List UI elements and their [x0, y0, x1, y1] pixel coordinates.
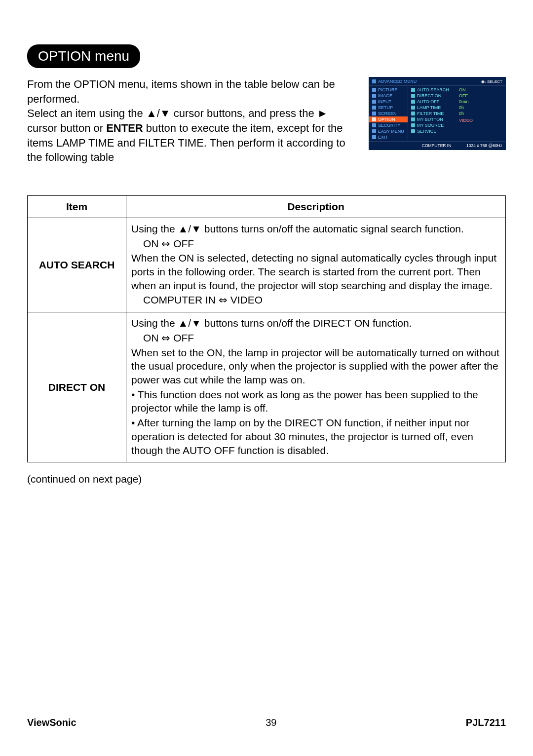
page-footer: ViewSonic 39 PJL7211: [27, 717, 506, 728]
desc-line: ON ⇔ OFF: [143, 237, 500, 251]
desc-line: • This function does not work as long as…: [131, 388, 500, 415]
desc-line: Using the ▲/▼ buttons turns on/off the D…: [131, 316, 500, 330]
table-row: DIRECT ON Using the ▲/▼ buttons turns on…: [28, 312, 506, 462]
osd-mid-item: LAMP TIME: [408, 105, 456, 111]
dot-icon: [411, 117, 415, 121]
osd-right-column: ON OFF 0min 0h 0h VIDEO: [456, 86, 505, 141]
desc-line: COMPUTER IN ⇔ VIDEO: [143, 293, 500, 307]
osd-mid-item: AUTO SEARCH: [408, 87, 456, 93]
osd-mid-item: DIRECT ON: [408, 93, 456, 99]
dot-icon: [372, 129, 376, 133]
osd-footer-resolution: 1024 x 768 @60Hz: [466, 143, 502, 148]
desc-line: • After turning the lamp on by the DIREC…: [131, 416, 500, 457]
desc-cell-auto-search: Using the ▲/▼ buttons turns on/off the a…: [126, 218, 506, 312]
intro-text: From the OPTION menu, items shown in the…: [27, 77, 355, 165]
page-title: OPTION menu: [27, 44, 140, 68]
dot-icon: [411, 129, 415, 133]
footer-brand: ViewSonic: [27, 717, 76, 728]
osd-left-item: PICTURE: [369, 87, 408, 93]
dot-icon: [372, 88, 376, 92]
item-cell-direct-on: DIRECT ON: [28, 312, 126, 462]
footer-page-number: 39: [266, 717, 276, 728]
osd-footer: COMPUTER IN 1024 x 768 @60Hz: [369, 141, 505, 150]
intro-row: From the OPTION menu, items shown in the…: [27, 77, 506, 165]
dot-icon: [372, 94, 376, 98]
osd-value: 0h: [456, 105, 505, 111]
osd-mid-column: AUTO SEARCH DIRECT ON AUTO OFF LAMP TIME…: [408, 86, 456, 141]
osd-left-item: EXIT: [369, 134, 408, 140]
desc-line: When the ON is selected, detecting no si…: [131, 251, 500, 292]
desc-line: When set to the ON, the lamp in projecto…: [131, 346, 500, 387]
dot-icon: [411, 94, 415, 98]
osd-value: VIDEO: [456, 117, 505, 123]
osd-left-item: IMAGE: [369, 93, 408, 99]
osd-left-item: EASY MENU: [369, 128, 408, 134]
osd-value: OFF: [456, 93, 505, 99]
dot-icon: [372, 117, 376, 121]
osd-footer-source: COMPUTER IN: [407, 143, 466, 148]
option-table: Item Description AUTO SEARCH Using the ▲…: [27, 195, 506, 462]
table-row: AUTO SEARCH Using the ▲/▼ buttons turns …: [28, 218, 506, 312]
dot-icon: [411, 112, 415, 115]
menu-icon: [372, 79, 376, 83]
osd-columns: PICTURE IMAGE INPUT SETUP SCREEN OPTION …: [369, 86, 505, 141]
osd-left-item: SECURITY: [369, 122, 408, 128]
osd-left-item: INPUT: [369, 99, 408, 105]
osd-mid-item: MY BUTTON: [408, 116, 456, 122]
osd-value: ON: [456, 87, 505, 93]
desc-line: ON ⇔ OFF: [143, 331, 500, 345]
dot-icon: [411, 100, 415, 104]
desc-line: Using the ▲/▼ buttons turns on/off the a…: [131, 222, 500, 236]
item-cell-auto-search: AUTO SEARCH: [28, 218, 126, 312]
osd-value: 0h: [456, 111, 505, 116]
dot-icon: [372, 106, 376, 110]
osd-left-item-selected: OPTION: [369, 116, 408, 122]
osd-left-item: SETUP: [369, 105, 408, 111]
continued-note: (continued on next page): [27, 473, 506, 485]
osd-mid-item: SERVICE: [408, 128, 456, 134]
dot-icon: [372, 135, 376, 139]
osd-mid-item: FILTER TIME: [408, 111, 456, 116]
osd-value: 0min: [456, 99, 505, 105]
dot-icon: [372, 100, 376, 104]
dot-icon: [372, 123, 376, 127]
osd-mid-item: AUTO OFF: [408, 99, 456, 105]
osd-header: ADVANCED MENU ◉: SELECT: [369, 77, 505, 86]
osd-menu-screenshot: ADVANCED MENU ◉: SELECT PICTURE IMAGE IN…: [369, 77, 506, 150]
footer-model: PJL7211: [466, 717, 506, 728]
dot-icon: [372, 112, 376, 115]
dot-icon: [411, 88, 415, 92]
osd-value: [456, 123, 505, 124]
table-head-desc: Description: [126, 196, 506, 218]
table-head-item: Item: [28, 196, 126, 218]
dot-icon: [411, 106, 415, 110]
dot-icon: [411, 123, 415, 127]
osd-mid-item: MY SOURCE: [408, 122, 456, 128]
osd-left-item: SCREEN: [369, 111, 408, 116]
osd-select-label: ◉: SELECT: [481, 79, 502, 84]
desc-cell-direct-on: Using the ▲/▼ buttons turns on/off the D…: [126, 312, 506, 462]
osd-header-title: ADVANCED MENU: [378, 79, 417, 84]
osd-left-column: PICTURE IMAGE INPUT SETUP SCREEN OPTION …: [369, 86, 408, 141]
